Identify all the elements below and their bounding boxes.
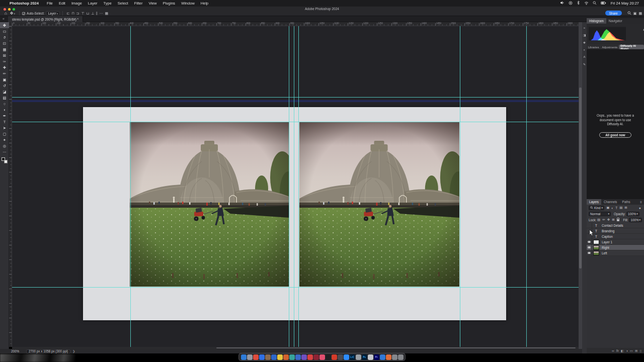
filter-type-layers-icon[interactable]: T: [615, 206, 617, 210]
wifi-icon[interactable]: [584, 1, 589, 5]
menu-item-layer[interactable]: Layer: [88, 1, 98, 6]
dock-premiere[interactable]: Pr: [374, 354, 379, 360]
status-options-icon[interactable]: ❯: [72, 349, 75, 353]
color-swatches[interactable]: [0, 156, 9, 164]
lock-all-icon[interactable]: [617, 219, 619, 221]
brush-tool[interactable]: ✏: [0, 70, 9, 76]
lock-pixels-icon[interactable]: ✏: [602, 218, 605, 222]
visibility-toggle[interactable]: [587, 223, 592, 228]
layer-row[interactable]: Layer 1: [587, 239, 644, 245]
layer-row[interactable]: TBranding: [587, 228, 644, 234]
layer-mask-icon[interactable]: ◧: [621, 349, 624, 353]
menu-item-select[interactable]: Select: [118, 1, 128, 6]
dock-app-3[interactable]: [253, 354, 259, 360]
lasso-tool[interactable]: ϑ: [0, 34, 9, 40]
zoom-tool[interactable]: ◎: [0, 143, 9, 149]
panel-menu-icon[interactable]: ≡: [640, 200, 642, 204]
blend-mode-dropdown[interactable]: Normal▾: [589, 212, 611, 216]
align-bottom-icon[interactable]: ⊥: [91, 12, 94, 15]
align-left-icon[interactable]: ⊏: [66, 12, 69, 15]
menu-item-help[interactable]: Help: [201, 1, 208, 6]
filter-toggle-icon[interactable]: ●: [639, 206, 641, 210]
type-tool[interactable]: T: [0, 119, 9, 125]
app-menu[interactable]: Photoshop 2024: [10, 1, 39, 6]
dock-app-14[interactable]: [319, 354, 325, 360]
pen-tool[interactable]: ✒: [0, 113, 9, 119]
dock-trash[interactable]: [398, 354, 404, 360]
new-layer-icon[interactable]: ⊞: [635, 349, 637, 353]
tab-channels[interactable]: Channels: [601, 199, 620, 205]
link-layers-icon[interactable]: ∞: [612, 349, 614, 352]
fill-dropdown[interactable]: 100%▾: [629, 218, 642, 222]
marquee-tool[interactable]: ▭: [0, 28, 9, 34]
dock-app-5[interactable]: [265, 354, 271, 360]
visibility-toggle[interactable]: [587, 239, 592, 245]
dock-app-11[interactable]: [301, 354, 307, 360]
tab-histogram[interactable]: Histogram: [587, 18, 606, 24]
menu-item-plugins[interactable]: Plugins: [163, 1, 176, 6]
document-info[interactable]: 2700 px x 1058 px (300 ppi): [26, 349, 70, 353]
object-selection-tool[interactable]: ⊡: [0, 40, 9, 46]
dock-app-9[interactable]: [289, 354, 295, 360]
align-top-icon[interactable]: ⊤: [81, 12, 84, 15]
dock-app-2[interactable]: [247, 354, 253, 360]
share-button[interactable]: Share: [605, 11, 622, 16]
lock-position-icon[interactable]: ✥: [607, 218, 610, 222]
dock-app-26[interactable]: [392, 354, 397, 360]
layer-row[interactable]: Right: [587, 245, 644, 250]
preview-icon[interactable]: ▣: [633, 12, 637, 16]
align-center-h-icon[interactable]: ⊓: [71, 12, 74, 15]
layer-row[interactable]: TContact Details: [587, 223, 644, 228]
move-tool[interactable]: ✥: [0, 22, 9, 28]
menu-item-view[interactable]: View: [148, 1, 156, 6]
layer-row[interactable]: TCaption: [587, 234, 644, 239]
healing-brush-tool[interactable]: ✚: [0, 64, 9, 70]
horizontal-scrollbar-thumb[interactable]: [216, 347, 576, 348]
collapse-panels-icon[interactable]: »: [584, 26, 585, 29]
edit-toolbar[interactable]: ⋯: [0, 149, 9, 155]
tab-navigator[interactable]: Navigator: [606, 18, 625, 24]
menubar-clock[interactable]: Fri 24 May 20:27: [611, 1, 639, 6]
dock-app-8[interactable]: [283, 354, 289, 360]
bluetooth-icon[interactable]: [577, 1, 580, 5]
auto-select-target-dropdown[interactable]: Layer▾: [46, 11, 60, 16]
horizontal-ruler[interactable]: 0501001502002503003504004505005506006507…: [12, 22, 579, 26]
more-align-options-icon[interactable]: ⋯: [99, 12, 103, 15]
history-brush-tool[interactable]: ↺: [0, 82, 9, 88]
opacity-dropdown[interactable]: 100%▾: [626, 212, 639, 216]
menu-item-filter[interactable]: Filter: [134, 1, 143, 6]
shape-tool[interactable]: ◻: [0, 131, 9, 137]
eraser-tool[interactable]: ◪: [0, 88, 9, 95]
search-icon[interactable]: [627, 11, 631, 16]
blur-tool[interactable]: ○: [0, 101, 9, 107]
dock-app-22[interactable]: [368, 354, 373, 360]
adjustment-layer-icon[interactable]: ◑: [626, 349, 628, 352]
tab-scroll-icon[interactable]: «: [3, 17, 5, 21]
filter-smart-objects-icon[interactable]: ⊞: [624, 206, 627, 210]
diffusely-ok-button[interactable]: All good now: [599, 132, 631, 138]
menu-item-file[interactable]: File: [47, 1, 53, 6]
properties-panel-icon[interactable]: ❖: [583, 41, 586, 44]
vertical-scrollbar-thumb[interactable]: [579, 87, 582, 268]
arrange-icon[interactable]: ▦: [638, 12, 642, 16]
dock-app-6[interactable]: [271, 354, 277, 360]
menu-item-window[interactable]: Window: [181, 1, 195, 6]
dock-app-16[interactable]: [332, 354, 337, 360]
visibility-toggle[interactable]: [587, 245, 592, 250]
layer-row[interactable]: Left: [587, 250, 644, 256]
dodge-tool[interactable]: ◗: [0, 107, 9, 113]
menu-item-type[interactable]: Type: [104, 1, 112, 6]
filter-shape-layers-icon[interactable]: ▤: [619, 206, 622, 210]
dock-photoshop[interactable]: Ps: [362, 354, 367, 360]
layer-group-icon[interactable]: ▭: [630, 349, 633, 353]
tab-paths[interactable]: Paths: [620, 199, 633, 205]
gradient-tool[interactable]: ▧: [0, 95, 9, 101]
battery-icon[interactable]: [601, 1, 606, 5]
lock-artboard-icon[interactable]: ⊞: [612, 218, 614, 222]
dock-app-12[interactable]: [307, 354, 313, 360]
tab-diffusely-ai-beta-[interactable]: Diffusely AI (Beta): [619, 45, 644, 49]
dock-app-17[interactable]: [338, 354, 343, 360]
dock-app-24[interactable]: [380, 354, 385, 360]
info-panel-icon[interactable]: ◐: [584, 48, 586, 51]
clone-stamp-tool[interactable]: ▣: [0, 76, 9, 82]
